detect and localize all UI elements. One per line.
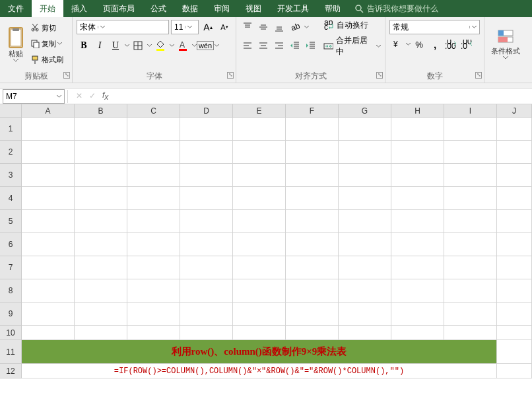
- paste-button[interactable]: 粘贴: [4, 20, 28, 68]
- cell-I3[interactable]: [444, 164, 497, 187]
- cell-C10[interactable]: [127, 326, 180, 340]
- underline-dropdown[interactable]: [124, 38, 129, 53]
- banner-cell[interactable]: 利用row()、column()函数制作9×9乘法表: [22, 340, 497, 364]
- cell-A1[interactable]: [22, 118, 75, 141]
- formula-cell[interactable]: =IF(ROW()>=COLUMN(),COLUMN()&"×"&ROW()&"…: [22, 364, 497, 378]
- cell-A9[interactable]: [22, 303, 75, 326]
- row-head-2[interactable]: 2: [0, 141, 22, 164]
- phonetic-button[interactable]: wén: [198, 38, 213, 53]
- cell-H2[interactable]: [391, 141, 444, 164]
- cell-A4[interactable]: [22, 187, 75, 210]
- cell-C1[interactable]: [127, 118, 180, 141]
- orientation-button[interactable]: ab: [288, 20, 302, 34]
- cell-I4[interactable]: [444, 187, 497, 210]
- cell-F2[interactable]: [286, 141, 339, 164]
- cell-D1[interactable]: [180, 118, 233, 141]
- wrap-text-button[interactable]: abc自动换行: [323, 20, 381, 31]
- cell-J1[interactable]: [497, 118, 532, 141]
- row-head-8[interactable]: 8: [0, 279, 22, 303]
- cell-I2[interactable]: [444, 141, 497, 164]
- number-launcher[interactable]: ⤡: [475, 72, 482, 79]
- currency-button[interactable]: ¥: [389, 37, 404, 52]
- row-head-10[interactable]: 10: [0, 326, 22, 340]
- format-painter-button[interactable]: 格式刷: [30, 55, 63, 65]
- cell-C9[interactable]: [127, 303, 180, 326]
- cell-F3[interactable]: [286, 164, 339, 187]
- row-head-11[interactable]: 11: [0, 340, 22, 364]
- col-head-H[interactable]: H: [391, 104, 444, 118]
- underline-button[interactable]: U: [108, 38, 123, 53]
- cell-G10[interactable]: [339, 326, 391, 340]
- decrease-decimal-button[interactable]: .00.0: [459, 37, 474, 52]
- italic-button[interactable]: I: [92, 38, 107, 53]
- cell-G3[interactable]: [339, 164, 391, 187]
- cell-D4[interactable]: [180, 187, 233, 210]
- col-head-D[interactable]: D: [180, 104, 233, 118]
- merge-center-button[interactable]: 合并后居中: [323, 35, 381, 57]
- cell-F4[interactable]: [286, 187, 339, 210]
- cell-E4[interactable]: [233, 187, 286, 210]
- cell-E1[interactable]: [233, 118, 286, 141]
- cell-H6[interactable]: [391, 233, 444, 256]
- insert-function-button[interactable]: fx: [102, 90, 108, 102]
- cell-D5[interactable]: [180, 210, 233, 233]
- cell-G4[interactable]: [339, 187, 391, 210]
- cell-C5[interactable]: [127, 210, 180, 233]
- fill-color-button[interactable]: [153, 38, 168, 53]
- currency-dropdown[interactable]: [405, 37, 411, 52]
- cell-J5[interactable]: [497, 210, 532, 233]
- tab-page-layout[interactable]: 页面布局: [95, 0, 143, 17]
- select-all-corner[interactable]: [0, 104, 22, 118]
- cell-G8[interactable]: [339, 279, 391, 303]
- cell-B10[interactable]: [75, 326, 127, 340]
- row-head-7[interactable]: 7: [0, 256, 22, 279]
- cell-H4[interactable]: [391, 187, 444, 210]
- tab-file[interactable]: 文件: [0, 0, 32, 17]
- cell-F6[interactable]: [286, 233, 339, 256]
- align-right-button[interactable]: [272, 38, 286, 53]
- cell-J10[interactable]: [497, 326, 532, 340]
- cell-C3[interactable]: [127, 164, 180, 187]
- percent-button[interactable]: %: [412, 37, 426, 52]
- cell-A8[interactable]: [22, 279, 75, 303]
- cell-I1[interactable]: [444, 118, 497, 141]
- tab-home[interactable]: 开始: [32, 0, 63, 17]
- cell-B2[interactable]: [75, 141, 127, 164]
- cell-E9[interactable]: [233, 303, 286, 326]
- row-head-5[interactable]: 5: [0, 210, 22, 233]
- fill-dropdown[interactable]: [169, 38, 174, 53]
- cell-A3[interactable]: [22, 164, 75, 187]
- cell-C7[interactable]: [127, 256, 180, 279]
- cell-J12[interactable]: [497, 364, 532, 378]
- col-head-G[interactable]: G: [339, 104, 391, 118]
- cell-B5[interactable]: [75, 210, 127, 233]
- align-middle-button[interactable]: [256, 20, 271, 34]
- tab-help[interactable]: 帮助: [317, 0, 349, 17]
- cell-F1[interactable]: [286, 118, 339, 141]
- bold-button[interactable]: B: [77, 38, 91, 53]
- tab-developer[interactable]: 开发工具: [269, 0, 317, 17]
- cell-F8[interactable]: [286, 279, 339, 303]
- row-head-12[interactable]: 12: [0, 364, 22, 378]
- cell-D6[interactable]: [180, 233, 233, 256]
- cell-D2[interactable]: [180, 141, 233, 164]
- col-head-J[interactable]: J: [497, 104, 532, 118]
- align-left-button[interactable]: [240, 38, 255, 53]
- row-head-1[interactable]: 1: [0, 118, 22, 141]
- cell-C4[interactable]: [127, 187, 180, 210]
- phonetic-dropdown[interactable]: [214, 38, 219, 53]
- col-head-C[interactable]: C: [127, 104, 180, 118]
- cut-button[interactable]: 剪切: [30, 23, 63, 33]
- cell-I8[interactable]: [444, 279, 497, 303]
- tab-view[interactable]: 视图: [238, 0, 269, 17]
- cell-B1[interactable]: [75, 118, 127, 141]
- cell-H5[interactable]: [391, 210, 444, 233]
- font-color-dropdown[interactable]: [191, 38, 197, 53]
- cell-B9[interactable]: [75, 303, 127, 326]
- cell-E6[interactable]: [233, 233, 286, 256]
- grow-font-button[interactable]: A▴: [201, 20, 215, 34]
- col-head-B[interactable]: B: [75, 104, 127, 118]
- cell-J11[interactable]: [497, 340, 532, 364]
- cell-J2[interactable]: [497, 141, 532, 164]
- cell-D8[interactable]: [180, 279, 233, 303]
